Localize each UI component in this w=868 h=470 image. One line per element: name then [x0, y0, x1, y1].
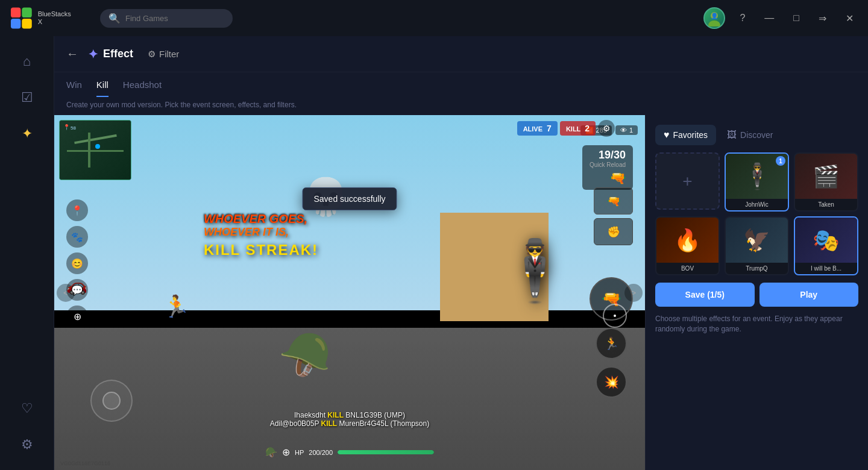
joystick-inner: [102, 392, 121, 410]
tabbar: Win Kill Headshot: [54, 72, 868, 97]
sidebar-item-settings[interactable]: ⚙: [11, 429, 43, 460]
sidebar-item-favorites[interactable]: ♡: [11, 393, 43, 424]
kill-feed-row-2: Adil@bo0B05P KILL MurenBr4G45L (Thompson…: [270, 419, 429, 428]
hint-text: Choose multiple effects for an event. En…: [655, 314, 858, 334]
library-icon: ☑: [21, 90, 33, 105]
game-stats: ALIVE 7 KILL 2 ⚙: [517, 120, 615, 137]
effect-badge-johnwick: 1: [776, 156, 785, 166]
maximize-button[interactable]: □: [788, 10, 804, 26]
effect-card-iwillbe[interactable]: 🎭 I will be B...: [794, 216, 858, 275]
game-zone: 📍 58 📶 289 👁 1: [54, 115, 645, 470]
tab-kill[interactable]: Kill: [96, 80, 108, 97]
weapon-slots: 🔫 ✊: [594, 187, 633, 245]
effect-name-trumpq: TrumpQ: [726, 263, 788, 274]
effect-card-bov[interactable]: 🔥 BOV: [655, 216, 720, 275]
svg-text:👤: 👤: [711, 12, 719, 20]
effect-thumb-trumpq: 🦅: [726, 218, 788, 263]
sidebar-item-effects[interactable]: ✦: [11, 118, 43, 149]
effect-thumb-taken: 🎬: [795, 154, 857, 199]
kill-feed-row-1: Ihaeksdht KILL BNL1G39B (UMP): [270, 411, 429, 419]
effect-thumb-bov: 🔥: [656, 218, 719, 263]
filter-label: Filter: [159, 49, 179, 59]
app-name: BlueStacks X: [38, 10, 76, 26]
tab-headshot[interactable]: Headshot: [123, 80, 162, 97]
game-left-ui: 📍 🐾 😊 💬 ⊕: [66, 199, 88, 327]
tab-win[interactable]: Win: [66, 80, 82, 97]
panel-tab-discover[interactable]: 🖼 Discover: [719, 125, 781, 145]
running-figure: 🏃: [163, 294, 190, 319]
bluestacks-logo-icon: [10, 6, 33, 30]
save-button[interactable]: Save (1/5): [655, 283, 755, 307]
close-button[interactable]: ✕: [841, 10, 858, 27]
effect-name-johnwick: JohnWic: [726, 199, 788, 210]
content-area: 📍 58 📶 289 👁 1: [54, 115, 868, 470]
effect-name-iwillbe: I will be B...: [795, 263, 857, 274]
app-logo: BlueStacks X: [10, 6, 76, 30]
filter-icon: ⚙: [148, 49, 156, 60]
plus-icon: +: [682, 172, 692, 191]
forward-button[interactable]: ⇒: [814, 10, 831, 27]
search-bar[interactable]: 🔍: [100, 9, 233, 28]
favorites-icon: ♡: [21, 401, 33, 416]
right-panel: ♥ Favorites 🖼 Discover + 🕴 JohnWic: [645, 115, 868, 470]
eye-stat: 👁 1: [615, 125, 638, 135]
minimize-button[interactable]: —: [760, 10, 779, 26]
effect-card-johnwick[interactable]: 🕴 JohnWic 1: [725, 152, 789, 212]
back-button[interactable]: ←: [66, 47, 78, 61]
play-button[interactable]: Play: [760, 283, 859, 307]
page-title: Effect: [103, 48, 133, 60]
kill-feed: Ihaeksdht KILL BNL1G39B (UMP) Adil@bo0B0…: [270, 411, 429, 428]
saved-toast: Saved successfully: [302, 187, 397, 210]
effects-icon: ✦: [22, 126, 33, 142]
tab-description: Create your own mod version. Pick the ev…: [54, 97, 868, 115]
action-buttons: Save (1/5) Play: [655, 283, 858, 307]
add-effect-button[interactable]: +: [655, 152, 720, 210]
svg-rect-2: [11, 19, 20, 28]
sidebar-item-home[interactable]: ⌂: [11, 46, 43, 77]
discover-tab-icon: 🖼: [727, 130, 737, 140]
effect-name-bov: BOV: [656, 263, 719, 274]
effects-grid: + 🕴 JohnWic 1 🎬 Taken 🔥 BOV: [655, 152, 858, 275]
favorites-tab-icon: ♥: [664, 130, 670, 140]
titlebar: BlueStacks X 🔍 👤 ? — □ ⇒ ✕: [0, 0, 868, 36]
settings-icon: ⚙: [21, 437, 33, 453]
character-johnwick: 🕴: [497, 236, 573, 307]
player-character: 🪖: [278, 330, 331, 380]
search-input[interactable]: [125, 14, 222, 23]
home-icon: ⌂: [23, 54, 31, 69]
game-action-buttons: 🔫 🏃 💥: [590, 277, 633, 398]
sidebar: ⌂ ☑ ✦ ♡ ⚙: [0, 36, 54, 470]
main-content: ← ✦ Effect ⚙ Filter Win Kill Headshot Cr…: [54, 36, 868, 470]
discover-tab-label: Discover: [740, 130, 773, 140]
health-bar-container: 🪖 ⊕ HP 200/200: [265, 446, 434, 458]
user-avatar[interactable]: 👤: [703, 7, 725, 29]
titlebar-controls: 👤 ? — □ ⇒ ✕: [703, 7, 858, 29]
filter-button[interactable]: ⚙ Filter: [148, 49, 179, 60]
svg-rect-3: [22, 19, 31, 28]
weapon-hud: 19/30 Quick Reload 🔫: [582, 145, 633, 190]
sidebar-item-library[interactable]: ☑: [11, 82, 43, 113]
help-button[interactable]: ?: [735, 10, 750, 26]
header: ← ✦ Effect ⚙ Filter: [54, 36, 868, 72]
effect-card-taken[interactable]: 🎬 Taken: [794, 152, 858, 212]
effect-thumb-iwillbe: 🎭: [795, 218, 857, 263]
svg-point-5: [708, 20, 720, 27]
svg-rect-0: [11, 8, 20, 17]
svg-rect-1: [22, 8, 31, 17]
game-preview: 📍 58 📶 289 👁 1: [54, 115, 645, 470]
panel-tab-favorites[interactable]: ♥ Favorites: [655, 125, 716, 145]
joystick[interactable]: [90, 380, 133, 422]
avatar-image: 👤: [706, 10, 723, 27]
effect-icon: ✦: [88, 47, 98, 61]
version-text: VG0Gd116E7G0116: [60, 460, 110, 466]
header-title: ✦ Effect: [88, 47, 133, 61]
search-icon: 🔍: [108, 13, 121, 24]
kill-streak-overlay: WHOEVER GOES, WHOEVER IT IS, KILL STREAK…: [204, 212, 318, 258]
favorites-tab-label: Favorites: [673, 130, 708, 140]
effect-card-trumpq[interactable]: 🦅 TrumpQ: [725, 216, 789, 275]
panel-tabs: ♥ Favorites 🖼 Discover: [655, 125, 858, 145]
effect-name-taken: Taken: [795, 199, 857, 210]
